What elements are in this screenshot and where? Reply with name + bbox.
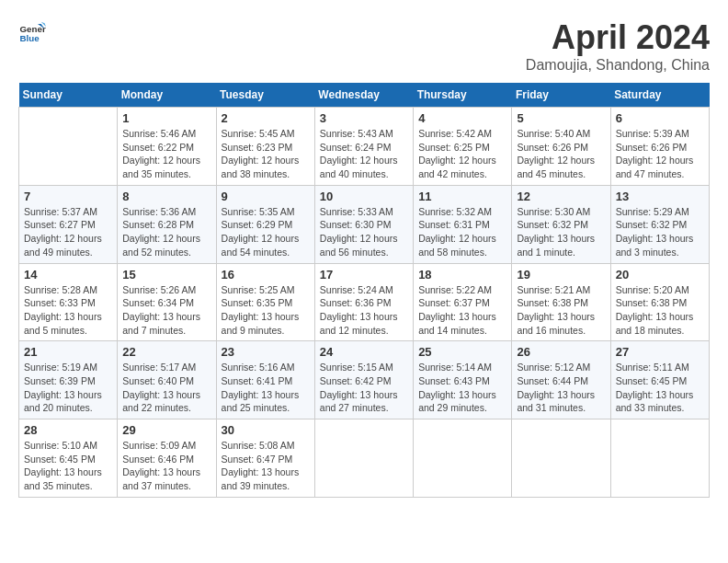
day-number: 1 [122,111,210,125]
day-number: 18 [418,268,506,282]
day-number: 25 [418,345,506,359]
day-number: 2 [222,111,310,125]
day-info: Sunrise: 5:12 AM Sunset: 6:44 PM Dayligh… [517,361,605,415]
day-number: 16 [222,268,310,282]
column-header-tuesday: Tuesday [216,83,314,108]
calendar-day-cell: 12Sunrise: 5:30 AM Sunset: 6:32 PM Dayli… [512,185,610,263]
calendar-day-cell [414,419,512,498]
day-info: Sunrise: 5:37 AM Sunset: 6:27 PM Dayligh… [24,205,112,259]
day-number: 11 [418,190,506,203]
title-block: April 2024 Damoujia, Shandong, China [526,18,710,74]
day-info: Sunrise: 5:32 AM Sunset: 6:31 PM Dayligh… [418,205,506,259]
calendar-day-cell: 5Sunrise: 5:40 AM Sunset: 6:26 PM Daylig… [512,108,610,186]
day-number: 29 [122,423,210,437]
month-title: April 2024 [526,18,710,57]
calendar-day-cell: 19Sunrise: 5:21 AM Sunset: 6:38 PM Dayli… [512,263,610,341]
calendar-body: 1Sunrise: 5:46 AM Sunset: 6:22 PM Daylig… [19,108,710,498]
calendar-week-row: 7Sunrise: 5:37 AM Sunset: 6:27 PM Daylig… [19,185,710,263]
day-info: Sunrise: 5:25 AM Sunset: 6:35 PM Dayligh… [222,283,310,338]
calendar-table: SundayMondayTuesdayWednesdayThursdayFrid… [18,83,710,498]
day-number: 7 [24,190,112,203]
day-info: Sunrise: 5:40 AM Sunset: 6:26 PM Dayligh… [517,127,605,181]
day-info: Sunrise: 5:45 AM Sunset: 6:23 PM Dayligh… [222,127,310,181]
location-subtitle: Damoujia, Shandong, China [526,57,710,74]
calendar-day-cell: 23Sunrise: 5:16 AM Sunset: 6:41 PM Dayli… [216,341,314,419]
day-info: Sunrise: 5:19 AM Sunset: 6:39 PM Dayligh… [24,361,112,415]
day-info: Sunrise: 5:30 AM Sunset: 6:32 PM Dayligh… [517,205,605,259]
column-header-sunday: Sunday [19,83,118,108]
day-info: Sunrise: 5:11 AM Sunset: 6:45 PM Dayligh… [616,361,704,415]
day-info: Sunrise: 5:36 AM Sunset: 6:28 PM Dayligh… [122,205,210,259]
column-header-wednesday: Wednesday [314,83,413,108]
day-number: 15 [122,268,210,282]
calendar-day-cell: 3Sunrise: 5:43 AM Sunset: 6:24 PM Daylig… [314,108,413,186]
day-number: 8 [122,190,210,203]
day-number: 4 [418,111,506,125]
day-info: Sunrise: 5:43 AM Sunset: 6:24 PM Dayligh… [320,127,408,181]
calendar-day-cell: 6Sunrise: 5:39 AM Sunset: 6:26 PM Daylig… [610,108,709,186]
calendar-week-row: 21Sunrise: 5:19 AM Sunset: 6:39 PM Dayli… [19,341,710,419]
day-info: Sunrise: 5:46 AM Sunset: 6:22 PM Dayligh… [122,127,210,181]
day-number: 27 [616,345,704,359]
day-number: 6 [616,111,704,125]
calendar-day-cell: 1Sunrise: 5:46 AM Sunset: 6:22 PM Daylig… [118,108,216,186]
day-number: 3 [320,111,408,125]
day-number: 17 [320,268,408,282]
day-info: Sunrise: 5:28 AM Sunset: 6:33 PM Dayligh… [24,283,112,338]
day-info: Sunrise: 5:20 AM Sunset: 6:38 PM Dayligh… [616,283,704,338]
day-info: Sunrise: 5:42 AM Sunset: 6:25 PM Dayligh… [418,127,506,181]
calendar-day-cell: 2Sunrise: 5:45 AM Sunset: 6:23 PM Daylig… [216,108,314,186]
svg-text:Blue: Blue [20,33,40,43]
calendar-day-cell: 27Sunrise: 5:11 AM Sunset: 6:45 PM Dayli… [610,341,709,419]
calendar-day-cell: 30Sunrise: 5:08 AM Sunset: 6:47 PM Dayli… [216,419,314,498]
calendar-day-cell: 7Sunrise: 5:37 AM Sunset: 6:27 PM Daylig… [19,185,118,263]
column-header-thursday: Thursday [414,83,512,108]
day-number: 5 [517,111,605,125]
calendar-day-cell: 25Sunrise: 5:14 AM Sunset: 6:43 PM Dayli… [414,341,512,419]
day-info: Sunrise: 5:33 AM Sunset: 6:30 PM Dayligh… [320,205,408,259]
logo-icon: General Blue [18,18,46,46]
day-info: Sunrise: 5:26 AM Sunset: 6:34 PM Dayligh… [122,283,210,338]
calendar-week-row: 1Sunrise: 5:46 AM Sunset: 6:22 PM Daylig… [19,108,710,186]
calendar-day-cell: 10Sunrise: 5:33 AM Sunset: 6:30 PM Dayli… [314,185,413,263]
day-number: 9 [222,190,310,203]
calendar-header-row: SundayMondayTuesdayWednesdayThursdayFrid… [19,83,710,108]
calendar-day-cell: 15Sunrise: 5:26 AM Sunset: 6:34 PM Dayli… [118,263,216,341]
day-info: Sunrise: 5:35 AM Sunset: 6:29 PM Dayligh… [222,205,310,259]
column-header-friday: Friday [512,83,610,108]
calendar-day-cell: 26Sunrise: 5:12 AM Sunset: 6:44 PM Dayli… [512,341,610,419]
day-number: 10 [320,190,408,203]
day-number: 30 [222,423,310,437]
day-info: Sunrise: 5:09 AM Sunset: 6:46 PM Dayligh… [122,439,210,493]
calendar-day-cell: 29Sunrise: 5:09 AM Sunset: 6:46 PM Dayli… [118,419,216,498]
day-number: 23 [222,345,310,359]
calendar-day-cell [610,419,709,498]
day-number: 12 [517,190,605,203]
column-header-monday: Monday [118,83,216,108]
day-number: 20 [616,268,704,282]
day-info: Sunrise: 5:17 AM Sunset: 6:40 PM Dayligh… [122,361,210,415]
day-info: Sunrise: 5:16 AM Sunset: 6:41 PM Dayligh… [222,361,310,415]
calendar-day-cell: 18Sunrise: 5:22 AM Sunset: 6:37 PM Dayli… [414,263,512,341]
day-number: 21 [24,345,112,359]
day-number: 19 [517,268,605,282]
day-number: 28 [24,423,112,437]
calendar-day-cell: 17Sunrise: 5:24 AM Sunset: 6:36 PM Dayli… [314,263,413,341]
calendar-day-cell: 13Sunrise: 5:29 AM Sunset: 6:32 PM Dayli… [610,185,709,263]
calendar-day-cell: 20Sunrise: 5:20 AM Sunset: 6:38 PM Dayli… [610,263,709,341]
day-info: Sunrise: 5:21 AM Sunset: 6:38 PM Dayligh… [517,283,605,338]
day-info: Sunrise: 5:29 AM Sunset: 6:32 PM Dayligh… [616,205,704,259]
calendar-day-cell: 11Sunrise: 5:32 AM Sunset: 6:31 PM Dayli… [414,185,512,263]
day-info: Sunrise: 5:15 AM Sunset: 6:42 PM Dayligh… [320,361,408,415]
calendar-week-row: 14Sunrise: 5:28 AM Sunset: 6:33 PM Dayli… [19,263,710,341]
day-info: Sunrise: 5:24 AM Sunset: 6:36 PM Dayligh… [320,283,408,338]
calendar-day-cell: 21Sunrise: 5:19 AM Sunset: 6:39 PM Dayli… [19,341,118,419]
calendar-day-cell: 8Sunrise: 5:36 AM Sunset: 6:28 PM Daylig… [118,185,216,263]
day-info: Sunrise: 5:14 AM Sunset: 6:43 PM Dayligh… [418,361,506,415]
calendar-day-cell: 4Sunrise: 5:42 AM Sunset: 6:25 PM Daylig… [414,108,512,186]
day-info: Sunrise: 5:39 AM Sunset: 6:26 PM Dayligh… [616,127,704,181]
calendar-week-row: 28Sunrise: 5:10 AM Sunset: 6:45 PM Dayli… [19,419,710,498]
calendar-day-cell: 9Sunrise: 5:35 AM Sunset: 6:29 PM Daylig… [216,185,314,263]
logo: General Blue [18,18,46,46]
calendar-day-cell [512,419,610,498]
